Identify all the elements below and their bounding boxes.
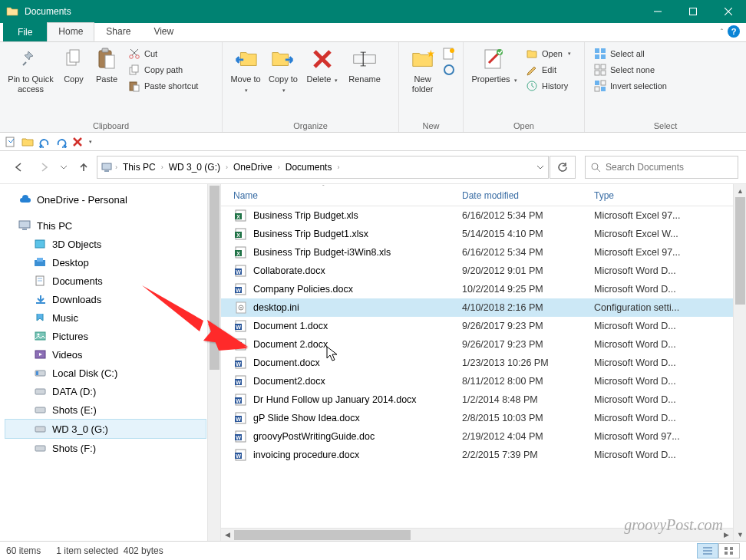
select-none-button[interactable]: Select none — [593, 63, 668, 77]
tree-item[interactable]: Downloads — [5, 290, 220, 308]
copy-button[interactable]: Copy — [58, 45, 90, 94]
new-item-button[interactable] — [442, 47, 458, 61]
refresh-button[interactable] — [550, 156, 576, 179]
scissors-icon — [128, 48, 140, 60]
copy-path-button[interactable]: Copy path — [127, 63, 200, 77]
search-input[interactable]: Search Documents — [585, 156, 738, 179]
tree-item[interactable]: Pictures — [5, 327, 220, 345]
file-row[interactable]: X Business Trip Budget.xls 6/16/2012 5:3… — [221, 206, 746, 225]
history-button[interactable]: History — [524, 79, 573, 93]
column-date[interactable]: Date modified — [462, 190, 594, 201]
tree-item[interactable]: Desktop — [5, 253, 220, 272]
horizontal-scrollbar[interactable]: ◀▶ — [221, 528, 733, 541]
properties-button[interactable]: Properties ▾ — [468, 45, 520, 94]
file-row[interactable]: desktop.ini 4/10/2018 2:16 PM Configurat… — [221, 298, 746, 317]
tab-home[interactable]: Home — [47, 22, 94, 41]
file-row[interactable]: X Business Trip Budget-i3Win8.xls 6/16/2… — [221, 243, 746, 262]
breadcrumb-dropdown[interactable] — [536, 163, 545, 172]
group-label-select: Select — [589, 120, 741, 130]
tree-item[interactable]: Shots (E:) — [5, 400, 220, 419]
tree-item-icon — [34, 330, 48, 342]
paste-shortcut-button[interactable]: Paste shortcut — [127, 79, 200, 93]
crumb-documents[interactable]: Documents — [282, 162, 335, 173]
crumb-drive[interactable]: WD 3_0 (G:) — [166, 162, 223, 173]
tree-this-pc[interactable]: This PC — [5, 216, 220, 235]
pin-quick-access-button[interactable]: Pin to Quick access — [5, 45, 57, 94]
svg-text:W: W — [236, 361, 241, 367]
file-row[interactable]: W Document 1.docx 9/26/2017 9:23 PM Micr… — [221, 317, 746, 335]
invert-selection-button[interactable]: Invert selection — [593, 79, 668, 93]
ribbon: Pin to Quick access Copy Paste Cut Copy … — [0, 42, 746, 133]
tree-item[interactable]: Music — [5, 308, 220, 327]
select-all-button[interactable]: Select all — [593, 47, 668, 61]
move-to-button[interactable]: Move to ▾ — [227, 45, 264, 94]
help-button[interactable]: ? — [728, 25, 740, 38]
svg-rect-39 — [595, 81, 599, 85]
open-button[interactable]: Open▾ — [524, 47, 573, 61]
qat-delete-icon[interactable] — [72, 137, 83, 147]
easy-access-button[interactable] — [442, 63, 458, 77]
up-button[interactable] — [72, 156, 95, 178]
forward-button[interactable] — [32, 156, 55, 178]
column-name[interactable]: Name — [233, 190, 462, 201]
svg-rect-33 — [595, 54, 599, 59]
file-row[interactable]: W gP Slide Show Idea.docx 2/8/2015 10:03… — [221, 409, 746, 427]
qat-new-folder-icon[interactable] — [21, 136, 34, 148]
rename-button[interactable]: Rename — [343, 45, 386, 94]
minimize-button[interactable] — [640, 0, 675, 23]
new-folder-button[interactable]: New folder — [404, 45, 441, 94]
crumb-onedrive[interactable]: OneDrive — [230, 162, 276, 173]
qat-undo-icon[interactable] — [38, 136, 51, 148]
svg-rect-40 — [601, 81, 606, 85]
rename-icon — [352, 47, 377, 71]
icons-view-button[interactable] — [718, 543, 740, 558]
close-button[interactable] — [711, 0, 746, 23]
file-row[interactable]: W Collaborate.docx 9/20/2012 9:01 PM Mic… — [221, 262, 746, 280]
copy-icon — [61, 47, 86, 71]
breadcrumb[interactable]: › This PC› WD 3_0 (G:)› OneDrive› Docume… — [97, 156, 549, 179]
qat-properties-icon[interactable] — [5, 136, 17, 148]
file-row[interactable]: W Document.docx 1/23/2013 10:26 PM Micro… — [221, 354, 746, 372]
qat-redo-icon[interactable] — [55, 136, 68, 148]
tree-item[interactable]: 3D Objects — [5, 235, 220, 253]
crumb-this-pc[interactable]: This PC — [120, 162, 159, 173]
tab-share[interactable]: Share — [94, 22, 142, 41]
details-view-button[interactable] — [697, 543, 718, 558]
tree-item[interactable]: Shots (F:) — [5, 439, 220, 457]
sidebar-scrollbar[interactable] — [207, 184, 220, 541]
file-row[interactable]: W invoicing procedure.docx 2/2/2015 7:39… — [221, 446, 746, 464]
file-row[interactable]: X Business Trip Budget1.xlsx 5/14/2015 4… — [221, 225, 746, 243]
tree-item-icon — [34, 367, 48, 379]
column-headers[interactable]: ˆ Name Date modified Type — [221, 184, 746, 206]
tree-item[interactable]: Local Disk (C:) — [5, 364, 220, 382]
file-row[interactable]: W Dr Hund Follow up January 2014.docx 1/… — [221, 390, 746, 409]
copy-to-button[interactable]: Copy to ▾ — [265, 45, 302, 94]
tab-view[interactable]: View — [142, 22, 185, 41]
tree-item-icon — [34, 423, 48, 435]
file-row[interactable]: W Document2.docx 8/11/2012 8:00 PM Micro… — [221, 372, 746, 390]
tree-onedrive[interactable]: OneDrive - Personal — [5, 190, 220, 209]
back-button[interactable] — [8, 156, 31, 178]
svg-rect-41 — [595, 87, 599, 91]
svg-point-26 — [450, 48, 454, 53]
tree-item[interactable]: Videos — [5, 345, 220, 364]
paste-button[interactable]: Paste — [91, 45, 123, 94]
edit-button[interactable]: Edit — [524, 63, 573, 77]
tree-item[interactable]: DATA (D:) — [5, 382, 220, 400]
file-row[interactable]: W Company Policies.docx 10/2/2014 9:25 P… — [221, 280, 746, 298]
cut-button[interactable]: Cut — [127, 47, 200, 61]
maximize-button[interactable] — [675, 0, 711, 23]
tree-item[interactable]: WD 3_0 (G:) — [5, 419, 206, 439]
svg-rect-32 — [601, 48, 606, 53]
qat-dropdown[interactable]: ▾ — [89, 139, 92, 145]
tab-file[interactable]: File — [3, 23, 47, 41]
vertical-scrollbar[interactable]: ▲▼ — [733, 184, 746, 541]
column-type[interactable]: Type — [594, 190, 746, 201]
delete-button[interactable]: Delete ▾ — [302, 45, 342, 94]
file-row[interactable]: W Document 2.docx 9/26/2017 9:23 PM Micr… — [221, 335, 746, 354]
recent-locations-button[interactable] — [57, 156, 71, 178]
collapse-ribbon-button[interactable]: ˆ — [721, 28, 723, 35]
tree-item[interactable]: Documents — [5, 272, 220, 290]
group-label-organize: Organize — [227, 120, 394, 130]
file-row[interactable]: W groovyPostWritingGuide.doc 2/19/2012 4… — [221, 427, 746, 446]
